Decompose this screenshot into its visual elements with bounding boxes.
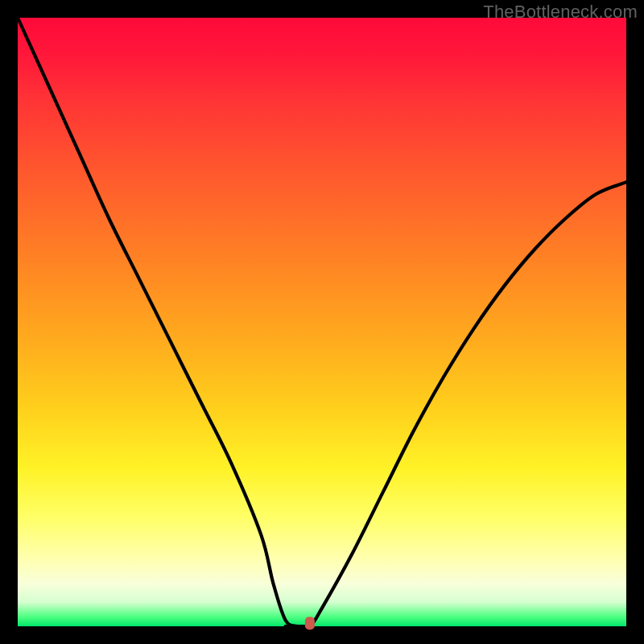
min-marker-icon bbox=[305, 617, 315, 630]
chart-frame bbox=[18, 18, 626, 626]
curve-path bbox=[18, 18, 626, 628]
bottleneck-curve bbox=[18, 18, 626, 626]
